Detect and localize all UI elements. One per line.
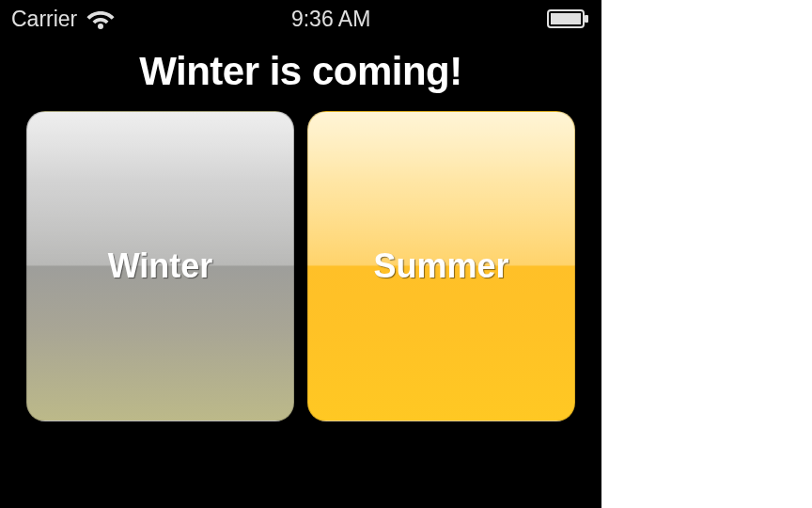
carrier-label: Carrier bbox=[11, 7, 77, 32]
status-time: 9:36 AM bbox=[291, 7, 370, 32]
gloss-overlay bbox=[27, 112, 293, 266]
wifi-icon bbox=[86, 8, 115, 29]
svg-rect-2 bbox=[551, 13, 581, 24]
winter-button-label: Winter bbox=[108, 246, 213, 286]
button-row: Winter Summer bbox=[0, 111, 601, 421]
summer-button[interactable]: Summer bbox=[307, 111, 575, 421]
gloss-overlay bbox=[308, 112, 574, 266]
page-title: Winter is coming! bbox=[0, 49, 601, 94]
svg-point-0 bbox=[98, 24, 103, 29]
winter-button[interactable]: Winter bbox=[26, 111, 294, 421]
status-right bbox=[547, 9, 590, 28]
summer-button-label: Summer bbox=[373, 246, 508, 286]
status-bar: Carrier 9:36 AM bbox=[0, 0, 601, 38]
status-left: Carrier bbox=[11, 7, 115, 32]
battery-icon bbox=[547, 9, 590, 28]
app-screen: Carrier 9:36 AM Winter is coming! bbox=[0, 0, 601, 508]
svg-rect-3 bbox=[585, 15, 588, 23]
